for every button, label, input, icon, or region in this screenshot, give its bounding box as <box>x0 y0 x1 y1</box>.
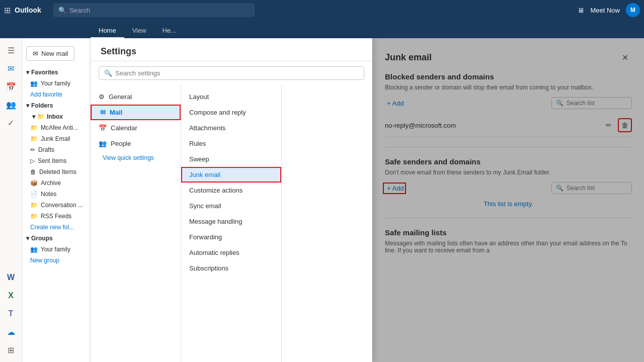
sidebar-item-your-family[interactable]: 👥 Your family <box>22 78 90 89</box>
menu-rules[interactable]: Rules <box>181 136 281 151</box>
menu-sweep[interactable]: Sweep <box>181 151 281 167</box>
groups-header[interactable]: ▾ Groups <box>22 233 90 244</box>
chevron-down-icon-4: ▾ <box>26 235 29 242</box>
app-logo: Outlook <box>15 6 41 14</box>
sidebar-content: ✉ New mail ▾ Favorites 👥 Your family Add… <box>22 38 91 362</box>
sidebar-item-mcafee[interactable]: 📁 McAfee Anti... <box>22 122 90 133</box>
sidebar-item-drafts[interactable]: ✏ Drafts <box>22 144 90 155</box>
menu-layout[interactable]: Layout <box>181 89 281 105</box>
create-folder-link[interactable]: Create new fol... <box>22 222 90 233</box>
new-mail-button[interactable]: ✉ New mail <box>26 46 74 61</box>
sidebar-item-your-family2[interactable]: 👥 Your family <box>22 244 90 255</box>
search-icon-settings: 🔍 <box>104 69 112 77</box>
folder-icon: 📁 <box>30 124 38 131</box>
menu-sync-email[interactable]: Sync email <box>181 198 281 214</box>
people-cat-icon: 👥 <box>99 140 107 147</box>
people-icon[interactable]: 👥 <box>3 97 19 113</box>
nav-tabs: Home View He... <box>0 20 644 38</box>
top-bar-right: 🖥 Meet Now M <box>578 3 640 17</box>
new-mail-icon: ✉ <box>33 50 38 57</box>
onedrive-icon[interactable]: ☁ <box>3 324 19 340</box>
top-bar: ⊞ Outlook 🔍 🖥 Meet Now M <box>0 0 644 20</box>
hamburger-icon[interactable]: ☰ <box>3 42 19 58</box>
group-icon: 👥 <box>30 80 38 87</box>
menu-compose-reply[interactable]: Compose and reply <box>181 105 281 120</box>
folder-icon-2: 📁 <box>30 135 38 142</box>
mail-icon[interactable]: ✉ <box>3 60 19 76</box>
screen-icon[interactable]: 🖥 <box>578 7 584 14</box>
chevron-down-icon: ▾ <box>26 69 29 76</box>
avatar[interactable]: M <box>626 3 640 17</box>
search-icon: 🔍 <box>58 7 66 14</box>
deleted-icon: 🗑 <box>30 168 36 175</box>
dim-overlay <box>372 38 644 362</box>
mail-cat-icon: ✉ <box>100 109 106 116</box>
menu-attachments[interactable]: Attachments <box>181 120 281 136</box>
cat-calendar[interactable]: 📅 Calendar <box>91 120 181 136</box>
view-quick-settings-link[interactable]: View quick settings <box>91 151 181 164</box>
teams-icon[interactable]: T <box>3 306 19 322</box>
menu-forwarding[interactable]: Forwarding <box>181 229 281 245</box>
sent-icon: ▷ <box>30 157 35 164</box>
sidebar-item-notes[interactable]: 📄 Notes <box>22 189 90 200</box>
apps-icon[interactable]: ⊞ <box>3 342 19 358</box>
chevron-down-icon-2: ▾ <box>26 102 29 109</box>
app-name: Outlook <box>15 6 41 14</box>
settings-search-bar[interactable]: 🔍 <box>99 66 364 80</box>
calendar-cat-icon: 📅 <box>99 124 107 132</box>
grid-icon[interactable]: ⊞ <box>4 6 11 15</box>
inbox-header[interactable]: ▾ 📁 Inbox <box>22 111 90 122</box>
new-group-link[interactable]: New group <box>22 255 90 266</box>
menu-junk-email[interactable]: Junk email <box>181 167 281 183</box>
tab-home[interactable]: Home <box>91 24 124 38</box>
meet-now-label[interactable]: Meet Now <box>590 7 620 14</box>
chevron-down-icon-3: ▾ <box>32 113 35 120</box>
excel-icon[interactable]: X <box>3 288 19 304</box>
settings-body: ⚙ General ✉ Mail 📅 Calendar 👥 People Vie… <box>91 85 372 362</box>
favorites-header[interactable]: ▾ Favorites <box>22 67 90 78</box>
sidebar-item-rss[interactable]: 📁 RSS Feeds <box>22 211 90 222</box>
word-icon[interactable]: W <box>3 269 19 286</box>
settings-panel: Settings 🔍 ⚙ General ✉ Mail 📅 Calendar 👥… <box>91 38 372 362</box>
menu-subscriptions[interactable]: Subscriptions <box>181 260 281 276</box>
add-favorite-link[interactable]: Add favorite <box>22 89 90 100</box>
general-icon: ⚙ <box>99 93 105 101</box>
inbox-icon: 📁 <box>37 113 45 120</box>
menu-message-handling[interactable]: Message handling <box>181 214 281 229</box>
archive-icon: 📦 <box>30 179 38 187</box>
menu-automatic-replies[interactable]: Automatic replies <box>181 245 281 260</box>
sidebar-item-conversation[interactable]: 📁 Conversation ... <box>22 200 90 211</box>
cat-general[interactable]: ⚙ General <box>91 89 181 105</box>
tab-view[interactable]: View <box>124 24 154 38</box>
global-search-bar[interactable]: 🔍 <box>53 3 255 17</box>
calendar-icon[interactable]: 📅 <box>3 78 19 95</box>
global-search-input[interactable] <box>69 7 250 14</box>
conversation-icon: 📁 <box>30 202 38 209</box>
cat-mail[interactable]: ✉ Mail <box>91 105 181 120</box>
rss-icon: 📁 <box>30 213 38 220</box>
drafts-icon: ✏ <box>30 146 35 153</box>
sidebar-icon-bar: ☰ ✉ 📅 👥 ✓ W X T ☁ ⊞ <box>0 38 22 362</box>
sidebar-item-junk-email[interactable]: 📁 Junk Email <box>22 133 90 144</box>
menu-customize-actions[interactable]: Customize actions <box>181 183 281 198</box>
group-icon-2: 👥 <box>30 246 38 253</box>
cat-people[interactable]: 👥 People <box>91 136 181 151</box>
folders-header[interactable]: ▾ Folders <box>22 100 90 111</box>
sidebar-item-archive[interactable]: 📦 Archive <box>22 177 90 189</box>
notes-icon: 📄 <box>30 191 38 198</box>
tasks-icon[interactable]: ✓ <box>3 115 19 131</box>
settings-categories: ⚙ General ✉ Mail 📅 Calendar 👥 People Vie… <box>91 85 181 362</box>
new-mail-label: New mail <box>41 50 68 57</box>
sidebar-item-sent[interactable]: ▷ Sent Items <box>22 155 90 166</box>
tab-he[interactable]: He... <box>154 24 184 38</box>
settings-menu: Layout Compose and reply Attachments Rul… <box>181 85 282 362</box>
settings-title: Settings <box>91 38 372 61</box>
settings-search-input[interactable] <box>115 69 359 77</box>
sidebar-item-deleted[interactable]: 🗑 Deleted Items <box>22 166 90 177</box>
